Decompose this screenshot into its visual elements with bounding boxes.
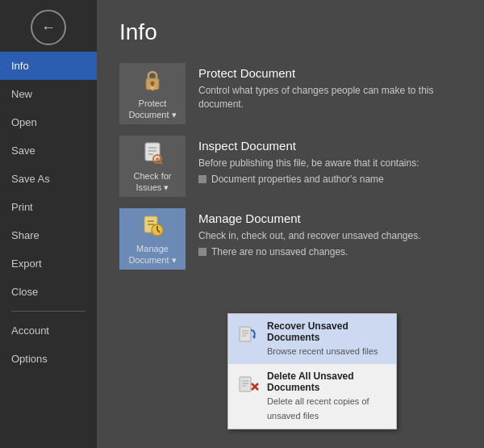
inspect-item: Document properties and author's name: [198, 174, 461, 185]
manage-section: ManageDocument ▾ Manage Document Check i…: [119, 208, 461, 270]
sidebar-item-options[interactable]: Options: [0, 345, 97, 373]
check-issues-label: Check forIssues ▾: [133, 170, 171, 194]
sidebar-item-print[interactable]: Print: [0, 193, 97, 221]
inspect-title: Inspect Document: [198, 139, 461, 153]
protect-document-button[interactable]: ProtectDocument ▾: [119, 63, 186, 124]
manage-icon: [140, 212, 165, 240]
protect-button-label: ProtectDocument ▾: [128, 98, 176, 121]
sidebar-item-account[interactable]: Account: [0, 316, 97, 345]
manage-content: Manage Document Check in, check out, and…: [198, 208, 461, 257]
delete-text: Delete All Unsaved Documents Delete all …: [267, 371, 388, 422]
svg-line-8: [161, 161, 163, 164]
manage-button-label: ManageDocument ▾: [128, 243, 176, 266]
inspect-section: Check forIssues ▾ Inspect Document Befor…: [119, 136, 461, 197]
sidebar-item-open[interactable]: Open: [0, 108, 97, 136]
sidebar-item-info[interactable]: Info: [0, 52, 97, 80]
protect-section: ProtectDocument ▾ Protect Document Contr…: [119, 63, 461, 124]
sidebar-item-close[interactable]: Close: [0, 278, 97, 306]
bullet-icon: [198, 175, 207, 183]
svg-rect-17: [240, 327, 251, 341]
bullet-icon-2: [198, 248, 207, 256]
check-for-issues-button[interactable]: Check forIssues ▾: [119, 136, 186, 197]
protect-description: Control what types of changes people can…: [198, 84, 461, 111]
sidebar-divider: [11, 311, 86, 312]
lock-icon: [140, 67, 165, 94]
manage-title: Manage Document: [198, 211, 461, 225]
inspect-description: Before publishing this file, be aware th…: [198, 157, 461, 170]
manage-document-button[interactable]: ManageDocument ▾: [119, 208, 186, 270]
recover-text: Recover Unsaved Documents Browse recent …: [267, 320, 388, 358]
sidebar-item-share[interactable]: Share: [0, 221, 97, 249]
page-title: Info: [119, 19, 461, 45]
main-content: Info ProtectDocument ▾ Protect Document …: [97, 0, 484, 448]
svg-marker-21: [252, 336, 256, 339]
sidebar-item-save[interactable]: Save: [0, 136, 97, 165]
svg-rect-2: [152, 83, 153, 86]
sidebar-item-save-as[interactable]: Save As: [0, 165, 97, 193]
protect-title: Protect Document: [198, 66, 461, 80]
manage-dropdown-menu: Recover Unsaved Documents Browse recent …: [227, 313, 397, 429]
inspect-content: Inspect Document Before publishing this …: [198, 136, 461, 185]
delete-icon: [236, 372, 261, 396]
back-button[interactable]: ←: [31, 10, 66, 45]
inspect-icon: [140, 140, 165, 167]
svg-rect-22: [240, 377, 251, 391]
sidebar-item-new[interactable]: New: [0, 80, 97, 108]
sidebar-item-export[interactable]: Export: [0, 249, 97, 278]
sidebar: ← Info New Open Save Save As Print Share…: [0, 0, 97, 448]
protect-content: Protect Document Control what types of c…: [198, 63, 461, 111]
recover-documents-item[interactable]: Recover Unsaved Documents Browse recent …: [228, 314, 396, 364]
manage-desc1: Check in, check out, and recover unsaved…: [198, 229, 461, 243]
manage-item: There are no unsaved changes.: [198, 246, 461, 257]
recover-icon: [236, 322, 261, 346]
delete-documents-item[interactable]: Delete All Unsaved Documents Delete all …: [228, 364, 396, 429]
